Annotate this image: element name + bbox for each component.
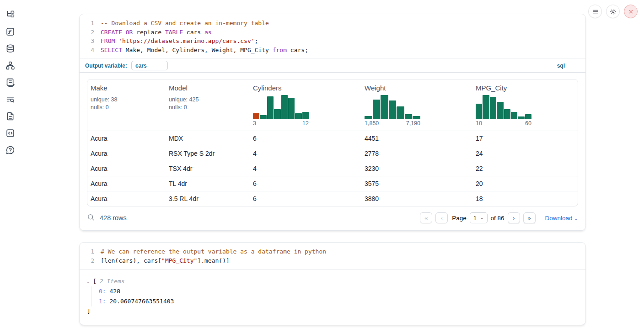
data-table: Make unique: 38nulls: 0 Model unique: 42… [87,79,578,206]
line-number: 4 [80,46,94,55]
column-header-weight[interactable]: Weight 1,8507,190 [361,84,472,131]
menu-icon [592,8,599,15]
histogram-bar [476,104,482,119]
table-row[interactable]: AcuraTL 4dr6357520 [87,176,578,191]
column-header-mpg-city[interactable]: MPG_City 1060 [472,84,578,131]
documentation-icon[interactable] [5,111,15,121]
next-page-icon: › [512,215,515,222]
table-footer: 428 rows « ‹ Page 1 ⌄ of 86 › » Download… [80,206,585,230]
download-button[interactable]: Download ⌄ [545,215,578,222]
histogram-bar [267,96,274,119]
notebook-area: 1 -- Download a CSV and create an in-mem… [79,0,586,325]
histogram-bar [405,114,413,119]
collapse-chevron-icon[interactable]: ⌄ [87,276,93,286]
line-number: 1 [80,19,94,28]
settings-button[interactable] [606,5,620,18]
last-page-icon: » [527,215,531,222]
code-line: 2 CREATE OR replace TABLE cars as [80,28,585,37]
first-page-button[interactable]: « [420,212,432,223]
cylinders-histogram[interactable]: 312 [253,95,309,127]
histogram-bar [253,113,259,119]
histogram-bar [373,100,381,119]
close-icon [628,8,634,15]
histogram-bar [288,98,295,119]
menu-button[interactable] [588,5,602,18]
datasources-icon[interactable] [5,44,15,53]
sql-code-editor[interactable]: 1 -- Download a CSV and create an in-mem… [80,14,585,58]
file-explorer-icon[interactable] [5,10,15,20]
python-code-editor[interactable]: 1 # We can reference the output variable… [80,243,585,269]
mpg-city-histogram[interactable]: 1060 [476,95,531,127]
code-line: 1 -- Download a CSV and create an in-mem… [80,19,585,28]
histogram-bar [511,112,517,119]
gear-icon [610,8,617,15]
scratchpad-icon[interactable] [5,78,15,87]
table-row[interactable]: AcuraRSX Type S 2dr4277824 [87,146,578,161]
line-number: 2 [80,28,94,37]
column-header-make[interactable]: Make unique: 38nulls: 0 [87,84,166,131]
line-number: 1 [80,247,94,256]
next-page-button[interactable]: › [508,212,520,223]
table-output: Make unique: 38nulls: 0 Model unique: 42… [80,73,585,206]
first-page-icon: « [424,215,428,222]
output-variable-bar: Output variable: sql [80,58,585,73]
histogram-bar [274,109,280,119]
logs-icon[interactable] [5,95,15,104]
code-text: -- Download a CSV and create an in-memor… [94,19,269,28]
code-text: # We can reference the output variable a… [94,247,326,256]
last-page-button[interactable]: » [523,212,536,223]
code-text: FROM 'https://datasets.marimo.app/cars.c… [94,37,258,46]
table-header-row: Make unique: 38nulls: 0 Model unique: 42… [87,79,578,131]
histogram-bar [389,100,397,119]
open-bracket: [ [93,276,97,286]
histogram-bar [413,116,420,119]
items-count: 2 Items [100,276,125,286]
python-output: ⌄ [ 2 Items 0: 428 1: 20.060747663551403… [80,269,585,325]
code-line: 3 FROM 'https://datasets.marimo.app/cars… [80,37,585,46]
column-header-cylinders[interactable]: Cylinders 312 [250,84,361,131]
weight-histogram[interactable]: 1,8507,190 [365,95,420,127]
row-count: 428 rows [100,214,127,222]
dependency-graph-icon[interactable] [5,61,15,70]
table-row[interactable]: Acura3.5 RL 4dr6388018 [87,191,578,206]
sidebar [0,0,20,333]
output-variable-input[interactable] [131,61,168,70]
column-header-model[interactable]: Model unique: 425nulls: 0 [166,84,250,131]
histogram-bar [365,116,372,119]
histogram-bar [490,97,496,119]
help-icon[interactable] [5,145,15,155]
histogram-bar [483,95,489,119]
page-select[interactable]: 1 ⌄ [470,212,488,223]
tree-children: 0: 428 1: 20.060747663551403 [91,286,578,307]
chevron-down-icon: ⌄ [574,216,578,221]
code-text: CREATE OR replace TABLE cars as [94,28,212,37]
line-number: 2 [80,256,94,265]
histogram-bar [525,114,531,119]
page-label: Page [452,215,467,222]
language-badge: sql [557,63,565,69]
page-total: of 86 [491,215,504,222]
code-text: SELECT Make, Model, Cylinders, Weight, M… [94,46,308,55]
python-cell: 1 # We can reference the output variable… [79,242,586,325]
histogram-bar [302,112,309,119]
line-number: 3 [80,37,94,46]
histogram-bar [397,106,404,119]
tree-entry: 0: 428 [99,286,578,296]
search-icon[interactable] [87,213,95,223]
histogram-bar [504,109,510,119]
window-controls [588,5,638,18]
prev-page-button[interactable]: ‹ [435,212,448,223]
code-text: [len(cars), cars["MPG_City"].mean()] [94,256,230,265]
shutdown-button[interactable] [624,5,638,18]
functions-icon[interactable] [5,27,15,37]
histogram-bar [518,116,524,119]
table-row[interactable]: AcuraTSX 4dr4323022 [87,161,578,176]
snippets-icon[interactable] [5,128,15,138]
table-row[interactable]: AcuraMDX6445117 [87,131,578,146]
code-line: 1 # We can reference the output variable… [80,247,585,256]
pagination: « ‹ Page 1 ⌄ of 86 › » Download ⌄ [420,212,578,223]
sql-cell: 1 -- Download a CSV and create an in-mem… [79,14,586,231]
output-variable-label: Output variable: [85,63,127,69]
histogram-bar [497,102,503,119]
prev-page-icon: ‹ [440,215,443,222]
